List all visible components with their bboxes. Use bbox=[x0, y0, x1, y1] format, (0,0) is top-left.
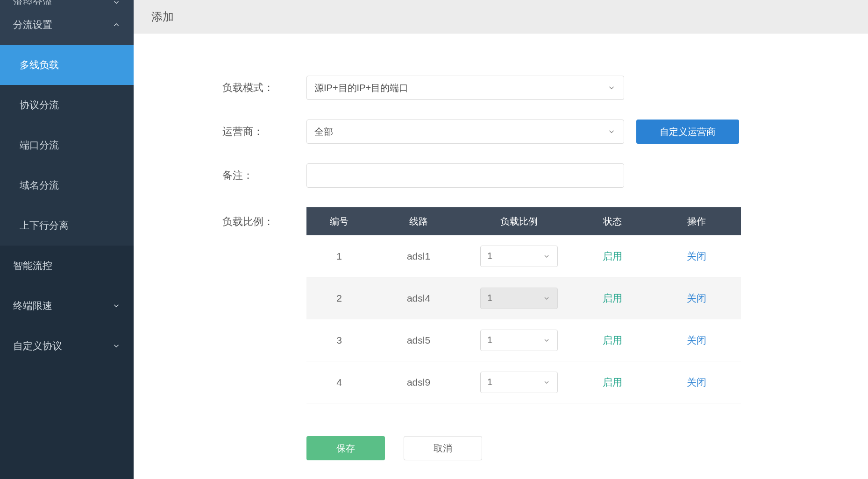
chevron-up-icon bbox=[112, 21, 121, 29]
nav-split-settings[interactable]: 分流设置 bbox=[0, 5, 134, 45]
nav-label: 智能流控 bbox=[13, 259, 52, 272]
th-id: 编号 bbox=[306, 215, 372, 228]
page-title-bar: 添加 bbox=[134, 0, 868, 34]
submenu-label: 上下行分离 bbox=[20, 219, 69, 232]
cell-line: adsl5 bbox=[372, 335, 465, 346]
chevron-down-icon bbox=[607, 127, 616, 136]
chevron-down-icon bbox=[607, 83, 616, 92]
cell-id: 4 bbox=[306, 377, 372, 388]
chevron-down-icon bbox=[542, 252, 551, 261]
chevron-down-icon bbox=[542, 336, 551, 345]
nav-label: 流控分流 bbox=[13, 0, 52, 5]
cell-id: 3 bbox=[306, 335, 372, 346]
btn-custom-carrier[interactable]: 自定义运营商 bbox=[636, 120, 739, 144]
cell-id: 1 bbox=[306, 251, 372, 262]
table-body: 1 adsl1 1 启用 关闭 bbox=[306, 235, 741, 403]
table-row: 3 adsl5 1 启用 关闭 bbox=[306, 319, 741, 361]
save-row: 保存 取消 bbox=[306, 436, 840, 460]
page-title: 添加 bbox=[151, 9, 174, 24]
action-close[interactable]: 关闭 bbox=[687, 335, 706, 345]
chevron-down-icon bbox=[542, 378, 551, 387]
select-ratio[interactable]: 1 bbox=[480, 372, 558, 393]
cell-ratio: 1 bbox=[465, 372, 573, 393]
table-header: 编号 线路 负载比例 状态 操作 bbox=[306, 207, 741, 235]
label-ratio: 负载比例： bbox=[162, 207, 306, 229]
btn-cancel[interactable]: 取消 bbox=[404, 436, 482, 460]
action-close[interactable]: 关闭 bbox=[687, 293, 706, 303]
btn-label: 保存 bbox=[336, 442, 355, 455]
nav-terminal-limit[interactable]: 终端限速 bbox=[0, 286, 134, 326]
sidebar: 流控分流 分流设置 多线负载 协议分流 端口分流 域名分流 上下行分离 智能流控… bbox=[0, 0, 134, 479]
nav-label: 自定义协议 bbox=[13, 339, 62, 352]
row-load-mode: 负载模式： 源IP+目的IP+目的端口 bbox=[162, 76, 840, 100]
label-carrier: 运营商： bbox=[162, 125, 306, 139]
table-row: 4 adsl9 1 启用 关闭 bbox=[306, 361, 741, 403]
input-remark[interactable] bbox=[314, 164, 616, 187]
btn-save[interactable]: 保存 bbox=[306, 436, 385, 460]
submenu-domain-split[interactable]: 域名分流 bbox=[0, 165, 134, 205]
cell-line: adsl4 bbox=[372, 293, 465, 304]
submenu-updown-separate[interactable]: 上下行分离 bbox=[0, 205, 134, 246]
nav-traffic-split[interactable]: 流控分流 bbox=[0, 0, 134, 5]
chevron-down-icon bbox=[112, 302, 121, 310]
table-row: 1 adsl1 1 启用 关闭 bbox=[306, 235, 741, 277]
btn-label: 取消 bbox=[434, 442, 452, 455]
label-load-mode: 负载模式： bbox=[162, 81, 306, 95]
select-value: 源IP+目的IP+目的端口 bbox=[314, 82, 408, 94]
cell-line: adsl1 bbox=[372, 251, 465, 262]
submenu-label: 多线负载 bbox=[20, 58, 59, 71]
cell-id: 2 bbox=[306, 293, 372, 304]
status-text: 启用 bbox=[603, 293, 622, 303]
label-remark: 备注： bbox=[162, 169, 306, 183]
nav-intelligent-flow[interactable]: 智能流控 bbox=[0, 246, 134, 286]
action-close[interactable]: 关闭 bbox=[687, 251, 706, 261]
select-value: 1 bbox=[487, 251, 492, 261]
select-ratio[interactable]: 1 bbox=[480, 330, 558, 351]
cell-ratio: 1 bbox=[465, 330, 573, 351]
btn-label: 自定义运营商 bbox=[660, 126, 716, 138]
action-close[interactable]: 关闭 bbox=[687, 377, 706, 387]
submenu-label: 协议分流 bbox=[20, 99, 59, 112]
th-action: 操作 bbox=[652, 215, 741, 228]
row-remark: 备注： bbox=[162, 163, 840, 188]
main: 添加 负载模式： 源IP+目的IP+目的端口 运营商： 全部 bbox=[134, 0, 868, 479]
th-ratio: 负载比例 bbox=[465, 215, 573, 228]
ratio-table: 编号 线路 负载比例 状态 操作 1 adsl1 1 bbox=[306, 207, 741, 403]
select-value: 1 bbox=[487, 377, 492, 387]
select-value: 1 bbox=[487, 335, 492, 345]
select-ratio[interactable]: 1 bbox=[480, 246, 558, 267]
submenu-multi-line-load[interactable]: 多线负载 bbox=[0, 45, 134, 85]
chevron-down-icon bbox=[112, 0, 121, 5]
chevron-down-icon bbox=[112, 342, 121, 350]
submenu-split-settings: 多线负载 协议分流 端口分流 域名分流 上下行分离 bbox=[0, 45, 134, 246]
th-line: 线路 bbox=[372, 215, 465, 228]
select-carrier[interactable]: 全部 bbox=[306, 120, 624, 144]
cell-ratio: 1 bbox=[465, 288, 573, 309]
nav-custom-protocol[interactable]: 自定义协议 bbox=[0, 326, 134, 366]
table-row: 2 adsl4 1 启用 关闭 bbox=[306, 277, 741, 319]
submenu-label: 端口分流 bbox=[20, 139, 59, 152]
select-value: 全部 bbox=[314, 126, 333, 138]
submenu-label: 域名分流 bbox=[20, 179, 59, 192]
cell-ratio: 1 bbox=[465, 246, 573, 267]
th-status: 状态 bbox=[573, 215, 652, 228]
submenu-port-split[interactable]: 端口分流 bbox=[0, 125, 134, 165]
select-load-mode[interactable]: 源IP+目的IP+目的端口 bbox=[306, 76, 624, 100]
select-ratio[interactable]: 1 bbox=[480, 288, 558, 309]
input-remark-wrap bbox=[306, 163, 624, 188]
chevron-down-icon bbox=[542, 294, 551, 303]
select-value: 1 bbox=[487, 293, 492, 303]
status-text: 启用 bbox=[603, 335, 622, 345]
submenu-protocol-split[interactable]: 协议分流 bbox=[0, 85, 134, 125]
status-text: 启用 bbox=[603, 377, 622, 387]
nav-label: 分流设置 bbox=[13, 18, 52, 31]
status-text: 启用 bbox=[603, 251, 622, 261]
cell-line: adsl9 bbox=[372, 377, 465, 388]
row-ratio: 负载比例： 编号 线路 负载比例 状态 操作 1 adsl1 bbox=[162, 207, 840, 403]
row-carrier: 运营商： 全部 自定义运营商 bbox=[162, 120, 840, 144]
nav-label: 终端限速 bbox=[13, 299, 52, 312]
form-content: 负载模式： 源IP+目的IP+目的端口 运营商： 全部 bbox=[134, 34, 868, 479]
